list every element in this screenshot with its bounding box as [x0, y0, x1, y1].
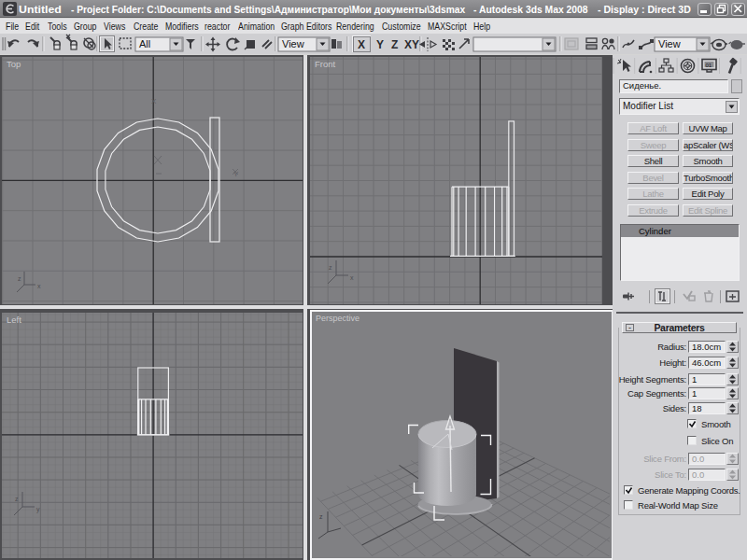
svg-text:Perspective: Perspective: [316, 314, 359, 323]
svg-text:View: View: [658, 38, 681, 49]
svg-text:Front: Front: [315, 59, 336, 69]
svg-text:Y: Y: [233, 170, 239, 178]
svg-text:Left: Left: [7, 315, 21, 325]
svg-text:01: 01: [706, 63, 712, 68]
svg-text:Top: Top: [7, 59, 21, 69]
svg-text:z: z: [319, 513, 323, 520]
svg-text:z: z: [15, 496, 19, 502]
svg-text:Z: Z: [391, 38, 398, 51]
svg-text:x: x: [37, 283, 41, 289]
svg-text:z: z: [329, 264, 332, 271]
svg-text:z: z: [18, 275, 21, 282]
svg-text:All: All: [139, 38, 150, 49]
svg-text:x: x: [350, 274, 354, 281]
svg-text:View: View: [282, 38, 304, 49]
svg-text:y: y: [36, 506, 40, 513]
svg-text:XY: XY: [404, 38, 419, 51]
svg-text:Y: Y: [376, 38, 384, 51]
svg-text:X: X: [151, 97, 157, 105]
svg-text:X: X: [358, 38, 365, 51]
